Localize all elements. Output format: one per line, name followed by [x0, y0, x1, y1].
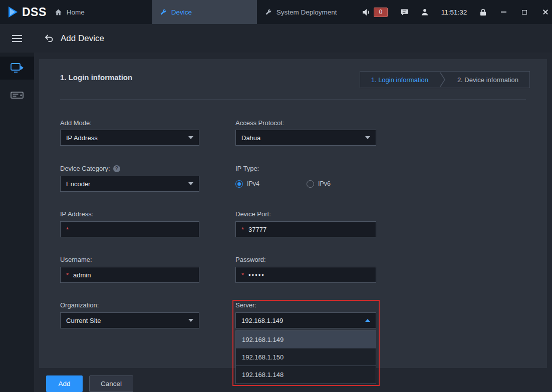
- chevron-down-icon: [188, 319, 193, 322]
- tab-label: System Deployment: [277, 9, 337, 16]
- encoder-icon: [11, 90, 24, 100]
- server-option[interactable]: 192.168.1.148: [236, 366, 376, 383]
- server-option[interactable]: 192.168.1.149: [236, 331, 376, 348]
- add-device-panel: 1. Login information 1. Login informatio…: [39, 59, 547, 368]
- username-input[interactable]: * admin: [60, 267, 199, 283]
- main-nav: Home Device System Deployment: [47, 0, 362, 24]
- required-asterisk: *: [66, 226, 69, 233]
- cancel-button[interactable]: Cancel: [89, 375, 133, 392]
- menu-icon[interactable]: [0, 35, 34, 42]
- radio-icon: [307, 180, 314, 188]
- add-mode-value: IP Address: [66, 134, 98, 142]
- step-login-information[interactable]: 1. Login information: [360, 72, 439, 88]
- back-icon[interactable]: [44, 34, 54, 43]
- speaker-icon: [362, 9, 371, 16]
- chevron-right-icon: [439, 72, 446, 88]
- device-category-value: Encoder: [66, 180, 90, 188]
- app-logo: DSS: [0, 0, 47, 24]
- server-label: Server:: [235, 301, 256, 309]
- radio-label: IPv4: [247, 180, 259, 187]
- device-category-label: Device Category: ?: [60, 165, 120, 172]
- lock-icon[interactable]: [480, 9, 486, 16]
- device-port-value: 37777: [248, 226, 266, 233]
- tab-system-deployment[interactable]: System Deployment: [257, 0, 362, 24]
- device-port-label: Device Port:: [235, 210, 271, 218]
- ip-type-radio-group: IPv4 IPv6: [235, 176, 331, 192]
- ip-address-label: IP Address:: [60, 210, 93, 218]
- wrench-icon: [265, 9, 272, 16]
- clock: 11:51:32: [441, 9, 467, 16]
- help-icon[interactable]: ?: [113, 165, 120, 172]
- chevron-up-icon: [365, 319, 370, 322]
- tab-device[interactable]: Device: [152, 0, 257, 24]
- minimize-button[interactable]: [499, 8, 507, 16]
- chevron-down-icon: [188, 182, 193, 185]
- radio-ipv4[interactable]: IPv4: [235, 180, 259, 188]
- alarm-button[interactable]: 0: [362, 8, 388, 17]
- tab-home[interactable]: Home: [47, 0, 152, 24]
- device-port-input[interactable]: * 37777: [235, 221, 376, 237]
- password-label: Password:: [235, 256, 266, 263]
- tab-label: Device: [171, 9, 192, 16]
- add-mode-select[interactable]: IP Address: [60, 130, 199, 146]
- access-protocol-value: Dahua: [241, 134, 260, 142]
- required-asterisk: *: [66, 271, 69, 279]
- server-option[interactable]: 192.168.1.150: [236, 348, 376, 366]
- organization-select[interactable]: Current Site: [60, 312, 199, 328]
- home-icon: [55, 9, 62, 16]
- tab-label: Home: [67, 9, 85, 16]
- radio-icon: [235, 180, 243, 188]
- dss-logo-icon: [7, 6, 20, 19]
- titlebar-right: 0 11:51:32: [362, 0, 552, 24]
- required-asterisk: *: [241, 271, 244, 279]
- wrench-icon: [160, 9, 167, 16]
- server-dropdown-list: 192.168.1.149 192.168.1.150 192.168.1.14…: [235, 330, 376, 384]
- username-value: admin: [73, 271, 91, 279]
- username-label: Username:: [60, 256, 92, 263]
- server-value: 192.168.1.149: [241, 317, 283, 324]
- sidebar-item-encoder[interactable]: [0, 84, 34, 107]
- radio-ipv6[interactable]: IPv6: [307, 180, 331, 188]
- section-title: 1. Login information: [60, 73, 132, 82]
- required-asterisk: *: [241, 226, 244, 233]
- step-indicator: 1. Login information 2. Device informati…: [360, 71, 530, 88]
- password-input[interactable]: * •••••: [235, 267, 376, 283]
- page-header: Add Device: [0, 24, 552, 53]
- maximize-button[interactable]: [520, 8, 528, 16]
- user-icon[interactable]: [421, 9, 428, 16]
- organization-label: Organization:: [60, 301, 99, 309]
- alarm-count-badge: 0: [374, 8, 388, 17]
- ip-type-label: IP Type:: [235, 165, 259, 172]
- sidebar: [0, 53, 34, 392]
- ip-address-input[interactable]: *: [60, 221, 199, 237]
- access-protocol-label: Access Protocol:: [235, 119, 284, 127]
- device-add-icon: [10, 62, 24, 74]
- organization-value: Current Site: [66, 317, 101, 324]
- server-select[interactable]: 192.168.1.149: [235, 312, 376, 328]
- step-label: 2. Device information: [457, 76, 518, 84]
- page-title: Add Device: [61, 34, 104, 44]
- add-mode-label: Add Mode:: [60, 119, 92, 127]
- radio-label: IPv6: [318, 180, 331, 187]
- add-button[interactable]: Add: [46, 375, 83, 392]
- message-icon[interactable]: [401, 9, 408, 16]
- chevron-down-icon: [365, 136, 370, 139]
- sidebar-item-add-device[interactable]: [0, 57, 34, 80]
- divider: [60, 99, 526, 100]
- maximize-icon: [522, 10, 527, 15]
- access-protocol-select[interactable]: Dahua: [235, 130, 376, 146]
- device-category-select[interactable]: Encoder: [60, 176, 199, 192]
- minimize-icon: [501, 12, 506, 13]
- step-label: 1. Login information: [371, 76, 428, 84]
- titlebar: DSS Home Device System Deployment 0: [0, 0, 552, 24]
- close-button[interactable]: [541, 8, 549, 16]
- password-value: •••••: [248, 271, 265, 279]
- logo-text: DSS: [22, 6, 47, 19]
- step-device-information[interactable]: 2. Device information: [446, 72, 529, 88]
- chevron-down-icon: [188, 136, 193, 139]
